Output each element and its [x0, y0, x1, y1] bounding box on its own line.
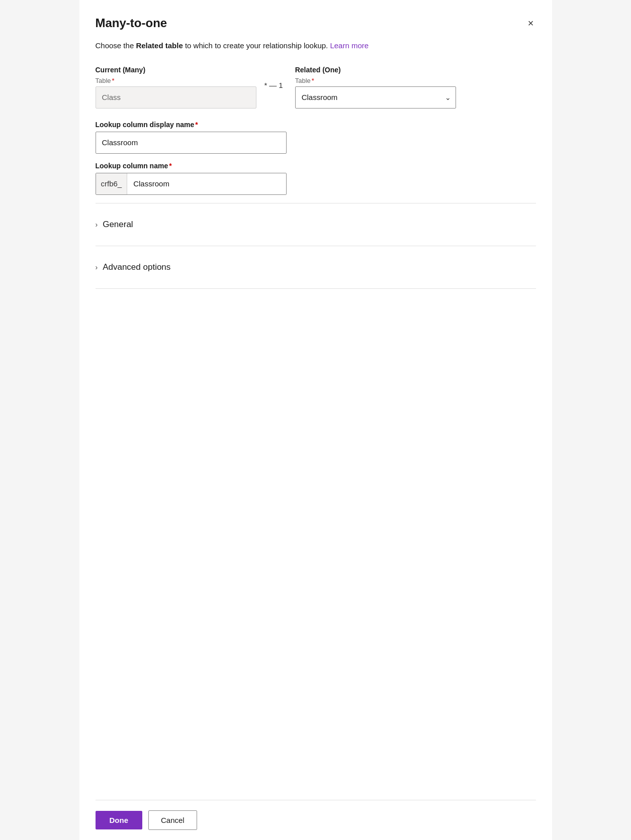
current-table-required: *	[112, 77, 115, 84]
lookup-display-required: *	[195, 121, 198, 129]
dialog-footer: Done Cancel	[96, 800, 536, 840]
connector-one: 1	[279, 81, 283, 89]
advanced-section: › Advanced options	[96, 254, 536, 280]
related-table-select-wrapper: Classroom Course Student Teacher ⌄	[295, 86, 456, 109]
divider-2	[96, 246, 536, 246]
related-one-group: Related (One) Table* Classroom Course St…	[295, 66, 456, 109]
general-chevron-icon: ›	[96, 221, 98, 229]
content-area: Current (Many) Table* Class * — 1 Relate…	[96, 66, 536, 841]
related-one-label: Related (One)	[295, 66, 456, 74]
lookup-name-input-wrapper: crfb6_	[96, 173, 287, 195]
advanced-chevron-icon: ›	[96, 263, 98, 271]
related-table-required: *	[312, 77, 314, 84]
relationship-section: Current (Many) Table* Class * — 1 Relate…	[96, 66, 536, 109]
connector-star: *	[264, 81, 267, 89]
connector-line: * — 1	[264, 81, 283, 89]
learn-more-link[interactable]: Learn more	[330, 41, 369, 50]
description-bold: Related table	[136, 41, 183, 50]
done-button[interactable]: Done	[96, 811, 143, 829]
connector-dash: —	[269, 81, 277, 89]
general-section: › General	[96, 212, 536, 238]
lookup-display-input[interactable]	[96, 132, 287, 154]
cancel-button[interactable]: Cancel	[148, 810, 197, 830]
lookup-name-prefix: crfb6_	[96, 173, 128, 194]
related-table-label: Table*	[295, 77, 456, 84]
dialog-title: Many-to-one	[96, 16, 167, 30]
close-button[interactable]: ×	[526, 16, 536, 30]
advanced-section-label: Advanced options	[103, 262, 170, 272]
current-many-label: Current (Many)	[96, 66, 256, 74]
current-table-label: Table*	[96, 77, 256, 84]
lookup-display-field: Lookup column display name*	[96, 121, 536, 154]
dialog-container: Many-to-one × Choose the Related table t…	[79, 0, 552, 840]
advanced-section-toggle[interactable]: › Advanced options	[96, 262, 536, 272]
divider-1	[96, 203, 536, 203]
general-section-toggle[interactable]: › General	[96, 220, 536, 230]
lookup-name-field: Lookup column name* crfb6_	[96, 162, 536, 195]
current-many-group: Current (Many) Table* Class	[96, 66, 256, 109]
lookup-name-required: *	[169, 162, 171, 170]
lookup-display-label: Lookup column display name*	[96, 121, 536, 129]
dialog-description: Choose the Related table to which to cre…	[96, 40, 536, 52]
relationship-connector: * — 1	[256, 81, 291, 89]
divider-3	[96, 288, 536, 289]
dialog-header: Many-to-one ×	[96, 16, 536, 30]
current-table-input: Class	[96, 86, 256, 109]
lookup-name-label: Lookup column name*	[96, 162, 536, 170]
description-text2: to which to create your relationship loo…	[183, 41, 330, 50]
lookup-name-input[interactable]	[127, 173, 286, 194]
description-text1: Choose the	[96, 41, 136, 50]
related-table-select[interactable]: Classroom Course Student Teacher	[295, 86, 456, 109]
general-section-label: General	[103, 220, 133, 230]
